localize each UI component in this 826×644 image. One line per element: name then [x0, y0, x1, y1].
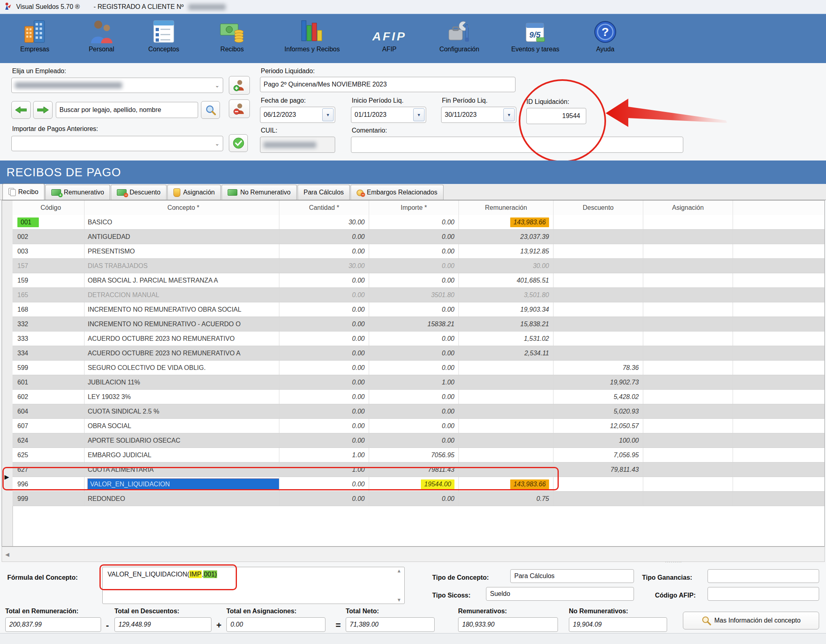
cell-importe[interactable]: 0.00 — [369, 492, 459, 506]
table-row[interactable]: 607OBRA SOCIAL0.000.0012,050.57 — [13, 419, 824, 433]
cell-remuneracion[interactable] — [459, 390, 553, 404]
cell-importe[interactable]: 0.00 — [369, 273, 459, 287]
cell-importe[interactable]: 0.00 — [369, 259, 459, 273]
chevron-down-icon[interactable]: ▾ — [503, 108, 515, 121]
table-row[interactable]: 999REDONDEO0.000.000.75 — [13, 492, 824, 506]
cell-asignacion[interactable] — [643, 259, 733, 273]
cell-remuneracion[interactable]: 143,983.66 — [459, 215, 553, 229]
cell-descuento[interactable]: 100.00 — [553, 433, 643, 448]
add-employee-button[interactable] — [229, 76, 250, 95]
table-row[interactable]: 599SEGURO COLECTIVO DE VIDA OBLIG.0.000.… — [13, 361, 824, 375]
cell-descuento[interactable] — [553, 492, 643, 506]
table-row[interactable]: 003PRESENTISMO0.000.0013,912.85 — [13, 244, 824, 259]
cell-filler[interactable] — [733, 361, 824, 375]
cell-remuneracion[interactable]: 19,903.34 — [459, 302, 553, 317]
confirm-button[interactable] — [229, 134, 248, 152]
toolbar-item-conceptos[interactable]: Conceptos — [133, 17, 194, 53]
table-row[interactable]: 604CUOTA SINDICAL 2.5 %0.000.005,020.93 — [13, 404, 824, 419]
cell-importe[interactable]: 19544.00 — [369, 477, 459, 491]
cell-filler[interactable] — [733, 273, 824, 287]
cell-concepto[interactable]: JUBILACION 11% — [85, 375, 279, 389]
toolbar-item-eventos[interactable]: 9/5 Eventos y tareas — [505, 17, 566, 53]
cell-importe[interactable]: 0.00 — [369, 361, 459, 375]
table-hscrollbar[interactable]: ◀ — [2, 547, 825, 562]
cell-remuneracion[interactable] — [459, 404, 553, 418]
cell-concepto[interactable]: CUOTA ALIMENTARIA — [85, 462, 279, 477]
cell-codigo[interactable]: 996 — [13, 477, 85, 491]
cell-remuneracion[interactable] — [459, 361, 553, 375]
col-header-cantidad[interactable]: Cantidad * — [279, 201, 369, 215]
table-row[interactable]: 001BASICO30.000.00143,983.66 — [13, 215, 824, 230]
inicio-input[interactable]: 01/11/2023 ▾ — [351, 107, 426, 123]
cell-remuneracion[interactable]: 30.00 — [459, 259, 553, 273]
cuil-input[interactable] — [260, 137, 335, 153]
cell-descuento[interactable]: 19,902.73 — [553, 375, 643, 389]
cell-codigo[interactable]: 003 — [13, 244, 85, 258]
cell-asignacion[interactable] — [643, 346, 733, 360]
cell-importe[interactable]: 0.00 — [369, 433, 459, 448]
toolbar-item-recibos[interactable]: Recibos — [202, 17, 262, 53]
cell-asignacion[interactable] — [643, 433, 733, 448]
cell-filler[interactable] — [733, 390, 824, 404]
cell-concepto[interactable]: INCREMENTO NO REMUNERATIVO - ACUERDO O — [85, 317, 279, 331]
cell-codigo[interactable]: 601 — [13, 375, 85, 389]
cell-concepto[interactable]: ACUERDO OCTUBRE 2023 NO REMUNERATIVO — [85, 332, 279, 346]
cell-codigo[interactable]: 334 — [13, 346, 85, 360]
cell-importe[interactable]: 1.00 — [369, 375, 459, 389]
scroll-left-icon[interactable]: ◀ — [2, 551, 13, 557]
cell-remuneracion[interactable]: 0.75 — [459, 492, 553, 506]
cell-codigo[interactable]: 002 — [13, 230, 85, 244]
cell-filler[interactable] — [733, 332, 824, 346]
toolbar-item-ayuda[interactable]: ? Ayuda — [575, 17, 636, 53]
cell-descuento[interactable] — [553, 259, 643, 273]
cell-importe[interactable]: 0.00 — [369, 302, 459, 317]
cell-codigo[interactable]: 599 — [13, 361, 85, 375]
id-liquidacion-input[interactable]: 19544 — [526, 108, 586, 124]
cell-cantidad[interactable]: 0.00 — [279, 302, 369, 317]
cell-filler[interactable] — [733, 492, 824, 506]
tab-embargos[interactable]: − Embargos Relacionados — [351, 185, 443, 200]
cell-asignacion[interactable] — [643, 230, 733, 244]
splitter-handle[interactable]: ········· — [665, 560, 682, 564]
col-header-asignacion[interactable]: Asignación — [643, 201, 733, 215]
cell-cantidad[interactable]: 0.00 — [279, 332, 369, 346]
cell-filler[interactable] — [733, 346, 824, 360]
cell-cantidad[interactable]: 0.00 — [279, 230, 369, 244]
tipo-ganancias-input[interactable] — [708, 569, 819, 583]
cell-cantidad[interactable]: 0.00 — [279, 273, 369, 287]
cell-filler[interactable] — [733, 448, 824, 462]
toolbar-item-configuracion[interactable]: Configuración — [429, 17, 490, 53]
table-row[interactable]: 627CUOTA ALIMENTARIA1.0079811.4379,811.4… — [13, 462, 824, 477]
cell-filler[interactable] — [733, 375, 824, 389]
cell-filler[interactable] — [733, 259, 824, 273]
cell-descuento[interactable]: 7,056.95 — [553, 448, 643, 462]
cell-filler[interactable] — [733, 244, 824, 258]
col-header-concepto[interactable]: Concepto * — [85, 201, 279, 215]
cell-importe[interactable]: 15838.21 — [369, 317, 459, 331]
cell-remuneracion[interactable]: 401,685.51 — [459, 273, 553, 287]
search-button[interactable] — [201, 101, 220, 119]
cell-asignacion[interactable] — [643, 332, 733, 346]
cell-descuento[interactable]: 5,020.93 — [553, 404, 643, 418]
cell-asignacion[interactable] — [643, 361, 733, 375]
table-row[interactable]: 625EMBARGO JUDICIAL1.007056.957,056.95 — [13, 448, 824, 462]
cell-cantidad[interactable]: 0.00 — [279, 361, 369, 375]
cell-concepto[interactable]: VALOR_EN_LIQUIDACION — [85, 477, 279, 491]
cell-concepto[interactable]: OBRA SOCIAL J. PARCIAL MAESTRANZA A — [85, 273, 279, 287]
cell-concepto[interactable]: APORTE SOLIDARIO OSECAC — [85, 433, 279, 448]
cell-codigo[interactable]: 333 — [13, 332, 85, 346]
cell-cantidad[interactable]: 0.00 — [279, 375, 369, 389]
cell-filler[interactable] — [733, 404, 824, 418]
import-combo[interactable]: ⌄ — [11, 136, 223, 151]
cell-descuento[interactable] — [553, 317, 643, 331]
cell-filler[interactable] — [733, 433, 824, 448]
cell-codigo[interactable]: 999 — [13, 492, 85, 506]
prev-employee-button[interactable] — [11, 101, 31, 119]
cell-concepto[interactable]: ANTIGUEDAD — [85, 230, 279, 244]
cell-asignacion[interactable] — [643, 375, 733, 389]
cell-asignacion[interactable] — [643, 390, 733, 404]
fecha-pago-input[interactable]: 06/12/2023 ▾ — [260, 107, 335, 123]
cell-importe[interactable]: 0.00 — [369, 419, 459, 433]
cell-asignacion[interactable] — [643, 404, 733, 418]
cell-importe[interactable]: 79811.43 — [369, 462, 459, 477]
